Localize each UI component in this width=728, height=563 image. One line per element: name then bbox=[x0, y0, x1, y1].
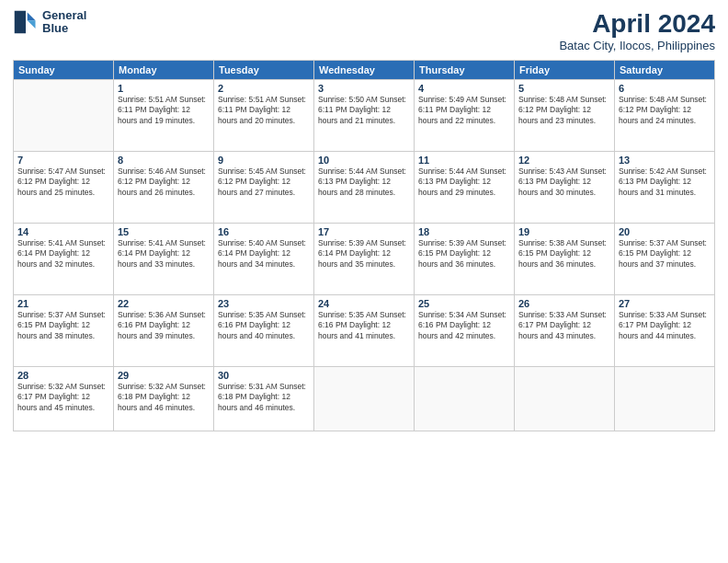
page: General Blue April 2024 Batac City, Iloc… bbox=[0, 0, 728, 563]
day-info: Sunrise: 5:36 AM Sunset: 6:16 PM Dayligh… bbox=[118, 310, 210, 341]
day-cell: 2Sunrise: 5:51 AM Sunset: 6:11 PM Daylig… bbox=[214, 80, 314, 152]
day-number: 23 bbox=[218, 298, 310, 309]
svg-rect-3 bbox=[15, 11, 26, 34]
week-row-4: 28Sunrise: 5:32 AM Sunset: 6:17 PM Dayli… bbox=[14, 367, 715, 431]
day-number: 18 bbox=[418, 226, 510, 237]
day-number: 15 bbox=[118, 226, 210, 237]
col-friday: Friday bbox=[515, 61, 615, 80]
day-cell: 17Sunrise: 5:39 AM Sunset: 6:14 PM Dayli… bbox=[314, 224, 415, 295]
day-number: 3 bbox=[318, 83, 410, 94]
day-cell bbox=[515, 367, 615, 431]
day-number: 27 bbox=[619, 298, 711, 309]
day-number: 21 bbox=[17, 298, 109, 309]
day-number: 14 bbox=[17, 226, 109, 237]
day-info: Sunrise: 5:32 AM Sunset: 6:18 PM Dayligh… bbox=[118, 382, 210, 413]
day-info: Sunrise: 5:45 AM Sunset: 6:12 PM Dayligh… bbox=[218, 167, 310, 198]
day-info: Sunrise: 5:41 AM Sunset: 6:14 PM Dayligh… bbox=[118, 238, 210, 270]
day-info: Sunrise: 5:44 AM Sunset: 6:13 PM Dayligh… bbox=[318, 167, 410, 198]
col-tuesday: Tuesday bbox=[214, 61, 314, 80]
day-info: Sunrise: 5:42 AM Sunset: 6:13 PM Dayligh… bbox=[619, 167, 711, 198]
day-cell: 8Sunrise: 5:46 AM Sunset: 6:12 PM Daylig… bbox=[114, 152, 214, 224]
title-block: April 2024 Batac City, Ilocos, Philippin… bbox=[559, 9, 715, 52]
day-cell: 1Sunrise: 5:51 AM Sunset: 6:11 PM Daylig… bbox=[114, 80, 214, 152]
day-info: Sunrise: 5:43 AM Sunset: 6:13 PM Dayligh… bbox=[518, 167, 610, 198]
day-number: 29 bbox=[118, 370, 210, 381]
day-number: 2 bbox=[218, 83, 310, 94]
day-number: 17 bbox=[318, 226, 410, 237]
day-cell: 27Sunrise: 5:33 AM Sunset: 6:17 PM Dayli… bbox=[615, 295, 715, 367]
day-info: Sunrise: 5:40 AM Sunset: 6:14 PM Dayligh… bbox=[218, 238, 310, 270]
day-number: 30 bbox=[218, 370, 310, 381]
day-info: Sunrise: 5:32 AM Sunset: 6:17 PM Dayligh… bbox=[17, 382, 109, 413]
day-number: 12 bbox=[518, 155, 610, 166]
day-info: Sunrise: 5:49 AM Sunset: 6:11 PM Dayligh… bbox=[418, 95, 510, 126]
week-row-0: 1Sunrise: 5:51 AM Sunset: 6:11 PM Daylig… bbox=[14, 80, 715, 152]
day-cell bbox=[615, 367, 715, 431]
logo-text: General Blue bbox=[42, 9, 86, 36]
day-info: Sunrise: 5:51 AM Sunset: 6:11 PM Dayligh… bbox=[118, 95, 210, 126]
day-info: Sunrise: 5:33 AM Sunset: 6:17 PM Dayligh… bbox=[619, 310, 711, 341]
logo-line1: General bbox=[42, 9, 86, 22]
day-cell: 26Sunrise: 5:33 AM Sunset: 6:17 PM Dayli… bbox=[515, 295, 615, 367]
header: General Blue April 2024 Batac City, Iloc… bbox=[13, 9, 715, 52]
day-cell: 15Sunrise: 5:41 AM Sunset: 6:14 PM Dayli… bbox=[114, 224, 214, 295]
col-thursday: Thursday bbox=[415, 61, 515, 80]
day-cell: 25Sunrise: 5:34 AM Sunset: 6:16 PM Dayli… bbox=[415, 295, 515, 367]
day-cell: 28Sunrise: 5:32 AM Sunset: 6:17 PM Dayli… bbox=[14, 367, 114, 431]
col-wednesday: Wednesday bbox=[314, 61, 415, 80]
day-info: Sunrise: 5:35 AM Sunset: 6:16 PM Dayligh… bbox=[318, 310, 410, 341]
month-title: April 2024 bbox=[559, 9, 715, 39]
day-cell: 5Sunrise: 5:48 AM Sunset: 6:12 PM Daylig… bbox=[515, 80, 615, 152]
header-row: Sunday Monday Tuesday Wednesday Thursday… bbox=[14, 61, 715, 80]
day-number: 28 bbox=[17, 370, 109, 381]
day-cell: 11Sunrise: 5:44 AM Sunset: 6:13 PM Dayli… bbox=[415, 152, 515, 224]
day-number: 7 bbox=[17, 155, 109, 166]
week-row-2: 14Sunrise: 5:41 AM Sunset: 6:14 PM Dayli… bbox=[14, 224, 715, 295]
day-cell: 18Sunrise: 5:39 AM Sunset: 6:15 PM Dayli… bbox=[415, 224, 515, 295]
day-number: 19 bbox=[518, 226, 610, 237]
day-info: Sunrise: 5:41 AM Sunset: 6:14 PM Dayligh… bbox=[17, 238, 109, 270]
day-info: Sunrise: 5:48 AM Sunset: 6:12 PM Dayligh… bbox=[619, 95, 711, 126]
day-info: Sunrise: 5:34 AM Sunset: 6:16 PM Dayligh… bbox=[418, 310, 510, 341]
day-cell: 30Sunrise: 5:31 AM Sunset: 6:18 PM Dayli… bbox=[214, 367, 314, 431]
day-number: 5 bbox=[518, 83, 610, 94]
day-info: Sunrise: 5:38 AM Sunset: 6:15 PM Dayligh… bbox=[518, 238, 610, 270]
day-info: Sunrise: 5:51 AM Sunset: 6:11 PM Dayligh… bbox=[218, 95, 310, 126]
day-cell bbox=[14, 80, 114, 152]
calendar: Sunday Monday Tuesday Wednesday Thursday… bbox=[13, 60, 715, 431]
day-cell: 23Sunrise: 5:35 AM Sunset: 6:16 PM Dayli… bbox=[214, 295, 314, 367]
day-cell: 6Sunrise: 5:48 AM Sunset: 6:12 PM Daylig… bbox=[615, 80, 715, 152]
day-cell: 19Sunrise: 5:38 AM Sunset: 6:15 PM Dayli… bbox=[515, 224, 615, 295]
day-cell: 29Sunrise: 5:32 AM Sunset: 6:18 PM Dayli… bbox=[114, 367, 214, 431]
day-cell bbox=[415, 367, 515, 431]
location-title: Batac City, Ilocos, Philippines bbox=[559, 39, 715, 52]
day-info: Sunrise: 5:48 AM Sunset: 6:12 PM Dayligh… bbox=[518, 95, 610, 126]
day-cell: 24Sunrise: 5:35 AM Sunset: 6:16 PM Dayli… bbox=[314, 295, 415, 367]
day-cell: 3Sunrise: 5:50 AM Sunset: 6:11 PM Daylig… bbox=[314, 80, 415, 152]
day-info: Sunrise: 5:37 AM Sunset: 6:15 PM Dayligh… bbox=[619, 238, 711, 270]
day-cell: 10Sunrise: 5:44 AM Sunset: 6:13 PM Dayli… bbox=[314, 152, 415, 224]
day-cell: 13Sunrise: 5:42 AM Sunset: 6:13 PM Dayli… bbox=[615, 152, 715, 224]
day-number: 10 bbox=[318, 155, 410, 166]
day-number: 25 bbox=[418, 298, 510, 309]
day-cell bbox=[314, 367, 415, 431]
day-info: Sunrise: 5:39 AM Sunset: 6:14 PM Dayligh… bbox=[318, 238, 410, 270]
day-info: Sunrise: 5:35 AM Sunset: 6:16 PM Dayligh… bbox=[218, 310, 310, 341]
day-cell: 14Sunrise: 5:41 AM Sunset: 6:14 PM Dayli… bbox=[14, 224, 114, 295]
day-info: Sunrise: 5:50 AM Sunset: 6:11 PM Dayligh… bbox=[318, 95, 410, 126]
day-cell: 12Sunrise: 5:43 AM Sunset: 6:13 PM Dayli… bbox=[515, 152, 615, 224]
week-row-1: 7Sunrise: 5:47 AM Sunset: 6:12 PM Daylig… bbox=[14, 152, 715, 224]
day-cell: 20Sunrise: 5:37 AM Sunset: 6:15 PM Dayli… bbox=[615, 224, 715, 295]
logo: General Blue bbox=[13, 9, 86, 36]
day-number: 13 bbox=[619, 155, 711, 166]
logo-line2: Blue bbox=[42, 22, 86, 35]
day-info: Sunrise: 5:47 AM Sunset: 6:12 PM Dayligh… bbox=[17, 167, 109, 198]
day-info: Sunrise: 5:33 AM Sunset: 6:17 PM Dayligh… bbox=[518, 310, 610, 341]
day-cell: 21Sunrise: 5:37 AM Sunset: 6:15 PM Dayli… bbox=[14, 295, 114, 367]
day-cell: 22Sunrise: 5:36 AM Sunset: 6:16 PM Dayli… bbox=[114, 295, 214, 367]
day-number: 1 bbox=[118, 83, 210, 94]
day-number: 22 bbox=[118, 298, 210, 309]
logo-icon bbox=[13, 9, 39, 35]
day-number: 6 bbox=[619, 83, 711, 94]
day-number: 26 bbox=[518, 298, 610, 309]
